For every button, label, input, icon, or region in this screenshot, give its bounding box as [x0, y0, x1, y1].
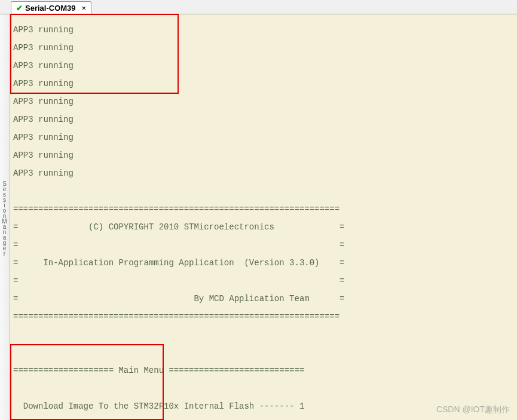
header-copyright: = (C) COPYRIGHT 2010 STMicroelectronics … — [13, 223, 513, 232]
close-icon[interactable]: × — [82, 4, 87, 13]
check-icon: ✔ — [16, 4, 23, 13]
session-manager-sidebar[interactable]: Session Manager — [0, 14, 10, 420]
app3-line: APP3 running — [13, 44, 513, 53]
tab-title: Serial-COM39 — [25, 4, 76, 13]
blank-line — [13, 348, 513, 357]
header-line: = = — [13, 277, 513, 286]
header-border: ========================================… — [13, 312, 513, 321]
blank-line — [13, 330, 513, 339]
app3-line: APP3 running — [13, 79, 513, 88]
menu-title: ==================== Main Menu =========… — [13, 366, 513, 375]
header-appname: = In-Application Programming Application… — [13, 259, 513, 268]
header-team: = By MCD Application Team = — [13, 295, 513, 303]
app3-line: APP3 running — [13, 26, 513, 35]
blank-line — [13, 187, 513, 196]
sidebar-label: Session Manager — [1, 181, 9, 256]
app3-line: APP3 running — [13, 169, 513, 178]
app3-line: APP3 running — [13, 62, 513, 70]
terminal-output[interactable]: APP3 running APP3 running APP3 running A… — [10, 14, 517, 420]
tab-bar: ✔ Serial-COM39 × — [0, 0, 517, 14]
body-area: Session Manager APP3 running APP3 runnin… — [0, 14, 517, 420]
app3-line: APP3 running — [13, 97, 513, 106]
app3-line: APP3 running — [13, 151, 513, 160]
watermark: CSDN @IOT趣制作 — [436, 404, 510, 415]
header-line: = = — [13, 241, 513, 250]
header-border: ========================================… — [13, 205, 513, 214]
app3-line: APP3 running — [13, 133, 513, 142]
tab-serial-com39[interactable]: ✔ Serial-COM39 × — [11, 1, 91, 14]
blank-line — [13, 384, 513, 393]
app3-line: APP3 running — [13, 115, 513, 124]
